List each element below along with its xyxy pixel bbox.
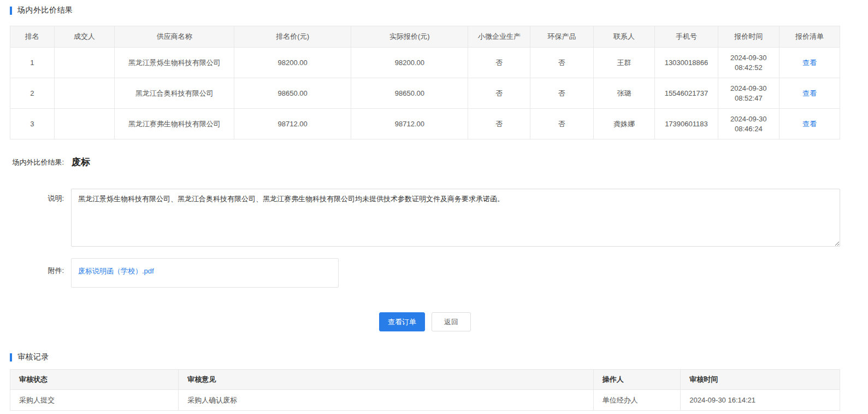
cell-contact: 张璐	[593, 78, 654, 109]
col-header-small-micro: 小微企业生产	[468, 26, 530, 48]
comparison-result-row: 场内外比价结果: 废标	[10, 156, 840, 168]
cell-contact: 龚姝娜	[593, 109, 654, 139]
col-header-contact: 联系人	[593, 26, 654, 48]
cell-actual-price: 98712.00	[351, 109, 468, 139]
view-quote-link[interactable]: 查看	[802, 59, 817, 67]
audit-section-title: 审核记录	[10, 352, 840, 362]
cell-quote-time: 2024-09-30 08:42:52	[718, 48, 779, 78]
view-quote-link[interactable]: 查看	[802, 89, 817, 97]
cell-actual-price: 98650.00	[351, 78, 468, 109]
action-button-row: 查看订单 返回	[10, 312, 840, 331]
col-header-audit-time: 审核时间	[681, 370, 840, 390]
quote-clock: 08:52:47	[721, 94, 777, 103]
cell-rank-price: 98200.00	[234, 48, 351, 78]
cell-contact: 王群	[593, 48, 654, 78]
section-accent-bar	[10, 353, 12, 361]
cell-quote-time: 2024-09-30 08:46:24	[718, 109, 779, 139]
cell-eco-product: 否	[530, 78, 593, 109]
quote-clock: 08:42:52	[721, 63, 777, 73]
attachment-box: 废标说明函（学校）.pdf	[71, 258, 339, 288]
cell-quote-list: 查看	[780, 109, 840, 139]
cell-rank-price: 98650.00	[234, 78, 351, 109]
audit-table: 审核状态 审核意见 操作人 审核时间 采购人提交 采购人确认废标 单位经办人 2…	[10, 369, 840, 411]
cell-winner	[54, 109, 115, 139]
cell-audit-status: 采购人提交	[10, 390, 179, 411]
col-header-audit-status: 审核状态	[10, 370, 179, 390]
cell-actual-price: 98200.00	[351, 48, 468, 78]
col-header-rank-price: 排名价(元)	[234, 26, 351, 48]
comparison-table-header-row: 排名 成交人 供应商名称 排名价(元) 实际报价(元) 小微企业生产 环保产品 …	[10, 26, 840, 48]
attachment-file-link[interactable]: 废标说明函（学校）.pdf	[78, 267, 154, 275]
result-label: 场内外比价结果:	[10, 158, 64, 167]
col-header-supplier: 供应商名称	[115, 26, 234, 48]
cell-rank: 1	[10, 48, 55, 78]
cell-audit-opinion: 采购人确认废标	[179, 390, 594, 411]
cell-small-micro: 否	[468, 78, 530, 109]
comparison-section-title: 场内外比价结果	[10, 5, 840, 15]
col-header-actual-price: 实际报价(元)	[351, 26, 468, 48]
quote-date: 2024-09-30	[721, 84, 777, 94]
cell-quote-time: 2024-09-30 08:52:47	[718, 78, 779, 109]
cell-small-micro: 否	[468, 48, 530, 78]
col-header-audit-opinion: 审核意见	[179, 370, 594, 390]
cell-quote-list: 查看	[780, 78, 840, 109]
col-header-rank: 排名	[10, 26, 55, 48]
col-header-eco-product: 环保产品	[530, 26, 593, 48]
explanation-row: 说明: 黑龙江景烁生物科技有限公司、黑龙江合奥科技有限公司、黑龙江赛弗生物科技有…	[10, 189, 840, 247]
cell-audit-time: 2024-09-30 16:14:21	[681, 390, 840, 411]
quote-clock: 08:46:24	[721, 124, 777, 134]
audit-table-header-row: 审核状态 审核意见 操作人 审核时间	[10, 370, 840, 390]
section-title-text: 场内外比价结果	[17, 5, 73, 15]
table-row: 3 黑龙江赛弗生物科技有限公司 98712.00 98712.00 否 否 龚姝…	[10, 109, 840, 139]
col-header-phone: 手机号	[655, 26, 718, 48]
cell-winner	[54, 78, 115, 109]
cell-rank: 3	[10, 109, 55, 139]
cell-rank: 2	[10, 78, 55, 109]
col-header-quote-time: 报价时间	[718, 26, 779, 48]
cell-phone: 15546021737	[655, 78, 718, 109]
col-header-operator: 操作人	[593, 370, 680, 390]
quote-date: 2024-09-30	[721, 53, 777, 63]
quote-date: 2024-09-30	[721, 114, 777, 124]
comparison-table: 排名 成交人 供应商名称 排名价(元) 实际报价(元) 小微企业生产 环保产品 …	[10, 26, 840, 139]
cell-eco-product: 否	[530, 48, 593, 78]
view-order-button[interactable]: 查看订单	[379, 312, 425, 331]
attachment-row: 附件: 废标说明函（学校）.pdf	[10, 258, 840, 288]
back-button[interactable]: 返回	[432, 312, 471, 331]
cell-supplier: 黑龙江合奥科技有限公司	[115, 78, 234, 109]
cell-small-micro: 否	[468, 109, 530, 139]
table-row: 采购人提交 采购人确认废标 单位经办人 2024-09-30 16:14:21	[10, 390, 840, 411]
section-accent-bar	[10, 7, 12, 15]
table-row: 1 黑龙江景烁生物科技有限公司 98200.00 98200.00 否 否 王群…	[10, 48, 840, 78]
cell-operator: 单位经办人	[593, 390, 680, 411]
cell-phone: 13030018866	[655, 48, 718, 78]
col-header-quote-list: 报价清单	[780, 26, 840, 48]
explanation-textarea[interactable]: 黑龙江景烁生物科技有限公司、黑龙江合奥科技有限公司、黑龙江赛弗生物科技有限公司均…	[71, 189, 840, 247]
attachment-label: 附件:	[10, 258, 64, 276]
explanation-label: 说明:	[10, 189, 64, 203]
table-row: 2 黑龙江合奥科技有限公司 98650.00 98650.00 否 否 张璐 1…	[10, 78, 840, 109]
view-quote-link[interactable]: 查看	[802, 120, 817, 128]
cell-rank-price: 98712.00	[234, 109, 351, 139]
page: 场内外比价结果 排名 成交人 供应商名称 排名价(元) 实际报价(元) 小微企业…	[0, 0, 868, 411]
cell-winner	[54, 48, 115, 78]
cell-eco-product: 否	[530, 109, 593, 139]
cell-quote-list: 查看	[780, 48, 840, 78]
cell-supplier: 黑龙江景烁生物科技有限公司	[115, 48, 234, 78]
section-title-text: 审核记录	[17, 352, 49, 362]
cell-supplier: 黑龙江赛弗生物科技有限公司	[115, 109, 234, 139]
col-header-winner: 成交人	[54, 26, 115, 48]
cell-phone: 17390601183	[655, 109, 718, 139]
result-value: 废标	[72, 156, 90, 168]
